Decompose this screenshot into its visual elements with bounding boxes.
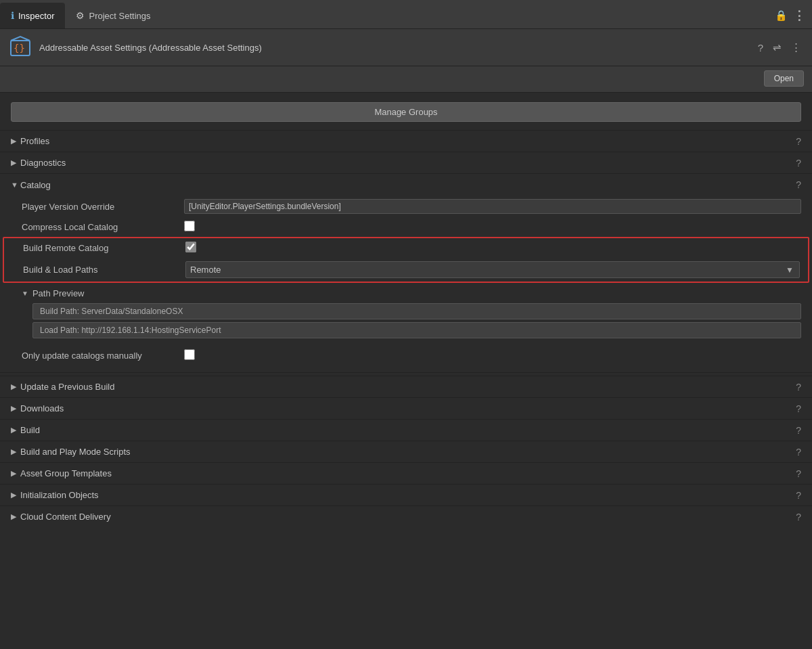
downloads-arrow-icon: ▶ <box>11 404 20 413</box>
only-update-catalogs-label: Only update catalogs manually <box>22 351 184 361</box>
open-button-row: Open <box>0 66 812 93</box>
path-preview-header[interactable]: ▼ Path Preview <box>22 286 801 301</box>
update-previous-build-arrow-icon: ▶ <box>11 382 20 391</box>
initialization-objects-label: Initialization Objects <box>20 490 796 500</box>
build-remote-catalog-label: Build Remote Catalog <box>23 243 185 253</box>
cloud-content-delivery-arrow-icon: ▶ <box>11 512 20 521</box>
project-settings-gear-icon: ⚙ <box>76 10 85 21</box>
build-play-mode-scripts-label: Build and Play Mode Scripts <box>20 447 796 457</box>
compress-local-catalog-value <box>184 221 801 233</box>
catalog-header[interactable]: ▼ Catalog ? <box>0 174 812 196</box>
cloud-content-delivery-label: Cloud Content Delivery <box>20 512 796 522</box>
build-load-paths-dropdown-container: Remote Local Custom ▼ <box>185 261 800 278</box>
open-button[interactable]: Open <box>764 70 804 87</box>
manage-groups-row: Manage Groups <box>0 93 812 130</box>
header-area: {} Addressable Asset Settings (Addressab… <box>0 29 812 66</box>
sidebar-item-build[interactable]: ▶ Build ? <box>0 419 812 441</box>
load-path-item: Load Path: http://192.168.1.14:HostingSe… <box>32 322 801 338</box>
compress-local-catalog-label: Compress Local Catalog <box>22 222 184 232</box>
only-update-catalogs-value <box>184 349 801 362</box>
build-help-icon[interactable]: ? <box>796 425 801 436</box>
main-content: Manage Groups ▶ Profiles ? ▶ Diagnostics… <box>0 93 812 649</box>
cloud-content-delivery-help-icon[interactable]: ? <box>796 512 801 522</box>
build-load-paths-label: Build & Load Paths <box>23 265 185 275</box>
catalog-section: ▼ Catalog ? Player Version Override Comp… <box>0 173 812 370</box>
build-load-paths-value: Remote Local Custom ▼ <box>185 261 800 278</box>
compress-local-catalog-checkbox[interactable] <box>184 221 195 231</box>
build-arrow-icon: ▶ <box>11 426 20 434</box>
only-update-catalogs-row: Only update catalogs manually <box>0 346 812 365</box>
sidebar-item-asset-group-templates[interactable]: ▶ Asset Group Templates ? <box>0 462 812 484</box>
svg-text:{}: {} <box>14 43 25 53</box>
path-preview-arrow-icon: ▼ <box>22 290 28 297</box>
tab-inspector-label: Inspector <box>18 11 54 21</box>
profiles-label: Profiles <box>20 136 796 146</box>
tab-project-settings-label: Project Settings <box>89 11 150 21</box>
help-icon[interactable]: ? <box>755 41 766 55</box>
diagnostics-label: Diagnostics <box>20 158 796 168</box>
only-update-catalogs-checkbox[interactable] <box>184 349 195 360</box>
sidebar-item-profiles[interactable]: ▶ Profiles ? <box>0 130 812 152</box>
build-path-item: Build Path: ServerData/StandaloneOSX <box>32 303 801 319</box>
sidebar-item-cloud-content-delivery[interactable]: ▶ Cloud Content Delivery ? <box>0 506 812 527</box>
player-version-override-value <box>184 199 801 214</box>
update-previous-build-help-icon[interactable]: ? <box>796 382 801 393</box>
initialization-objects-help-icon[interactable]: ? <box>796 490 801 501</box>
catalog-arrow-icon: ▼ <box>11 181 20 189</box>
dropdown-arrow-icon: ▼ <box>780 265 799 275</box>
asset-group-templates-arrow-icon: ▶ <box>11 469 20 478</box>
build-label: Build <box>20 425 796 435</box>
player-version-override-row: Player Version Override <box>0 196 812 217</box>
catalog-body: Player Version Override Compress Local C… <box>0 196 812 370</box>
path-preview-section: ▼ Path Preview Build Path: ServerData/St… <box>0 283 812 346</box>
more-icon[interactable]: ⋮ <box>793 8 805 23</box>
build-remote-catalog-row: Build Remote Catalog <box>4 238 808 258</box>
build-load-paths-row: Build & Load Paths Remote Local Custom ▼ <box>4 258 808 282</box>
update-previous-build-label: Update a Previous Build <box>20 382 796 392</box>
profiles-help-icon[interactable]: ? <box>796 136 801 147</box>
header-actions: ? ⇌ ⋮ <box>755 40 804 55</box>
sidebar-item-diagnostics[interactable]: ▶ Diagnostics ? <box>0 152 812 173</box>
catalog-label: Catalog <box>20 180 796 190</box>
sidebar-item-build-play-mode-scripts[interactable]: ▶ Build and Play Mode Scripts ? <box>0 441 812 462</box>
sidebar-item-update-previous-build[interactable]: ▶ Update a Previous Build ? <box>0 376 812 397</box>
path-preview-body: Build Path: ServerData/StandaloneOSX Loa… <box>22 301 801 343</box>
downloads-label: Downloads <box>20 403 796 413</box>
header-more-icon[interactable]: ⋮ <box>788 40 804 55</box>
profiles-arrow-icon: ▶ <box>11 137 20 146</box>
asset-title: Addressable Asset Settings (Addressable … <box>39 43 748 53</box>
build-play-mode-scripts-arrow-icon: ▶ <box>11 447 20 456</box>
build-load-paths-select[interactable]: Remote Local Custom <box>186 262 780 277</box>
player-version-override-input[interactable] <box>184 199 801 214</box>
build-play-mode-scripts-help-icon[interactable]: ? <box>796 447 801 457</box>
tab-actions: 🔒 ⋮ <box>775 3 812 28</box>
lock-icon[interactable]: 🔒 <box>775 9 788 22</box>
sidebar-item-downloads[interactable]: ▶ Downloads ? <box>0 397 812 419</box>
compress-local-catalog-row: Compress Local Catalog <box>0 217 812 237</box>
tab-bar: ℹ Inspector ⚙ Project Settings 🔒 ⋮ <box>0 0 812 29</box>
sidebar-item-initialization-objects[interactable]: ▶ Initialization Objects ? <box>0 484 812 506</box>
catalog-help-icon[interactable]: ? <box>796 179 801 190</box>
tab-project-settings[interactable]: ⚙ Project Settings <box>65 3 161 28</box>
asset-group-templates-label: Asset Group Templates <box>20 468 796 478</box>
player-version-override-label: Player Version Override <box>22 202 184 212</box>
settings-adjust-icon[interactable]: ⇌ <box>770 40 784 55</box>
diagnostics-help-icon[interactable]: ? <box>796 158 801 169</box>
downloads-help-icon[interactable]: ? <box>796 403 801 414</box>
initialization-objects-arrow-icon: ▶ <box>11 491 20 499</box>
diagnostics-arrow-icon: ▶ <box>11 158 20 167</box>
asset-icon: {} <box>8 35 32 60</box>
inspector-info-icon: ℹ <box>11 10 14 21</box>
path-preview-label: Path Preview <box>32 288 85 298</box>
asset-group-templates-help-icon[interactable]: ? <box>796 468 801 479</box>
divider-1 <box>0 372 812 373</box>
tab-spacer <box>162 3 775 28</box>
build-remote-catalog-checkbox[interactable] <box>185 242 196 252</box>
manage-groups-button[interactable]: Manage Groups <box>11 102 801 122</box>
tab-inspector[interactable]: ℹ Inspector <box>0 3 65 28</box>
build-remote-catalog-value <box>185 242 800 254</box>
highlighted-section: Build Remote Catalog Build & Load Paths … <box>3 237 809 283</box>
